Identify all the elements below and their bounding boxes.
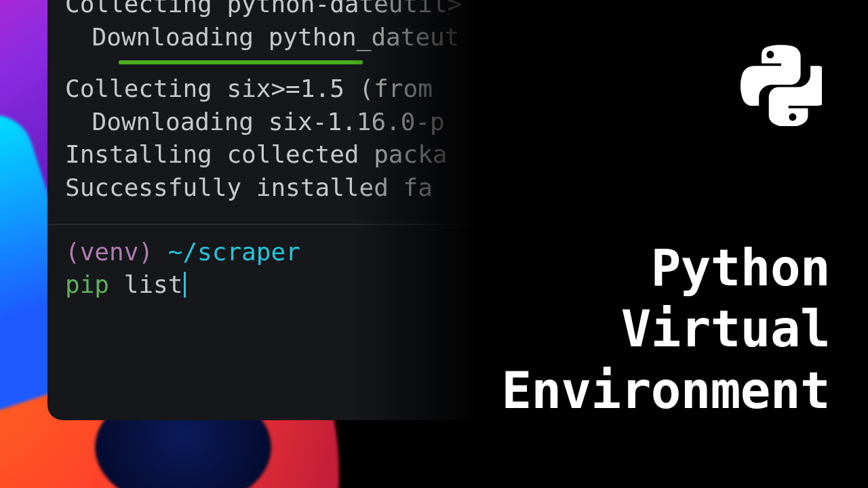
terminal-line: Downloading six-1.16.0-p xyxy=(65,106,464,139)
terminal-rule xyxy=(47,224,481,225)
terminal-line: Downloading python_dateut xyxy=(65,21,464,54)
command-name: pip xyxy=(65,270,109,298)
progress-bar xyxy=(119,60,363,64)
terminal-line: Collecting python-dateutil> xyxy=(65,0,464,21)
page-title: Python Virtual Environment xyxy=(450,237,830,421)
title-line: Virtual xyxy=(450,298,830,359)
terminal-line: Installing collected packa xyxy=(65,138,464,171)
terminal-line: Collecting six>=1.5 (from xyxy=(65,73,464,106)
venv-label: (venv) xyxy=(65,238,153,266)
terminal-prompt: (venv) ~/scraper xyxy=(65,236,464,269)
terminal-window[interactable]: Collecting python-dateutil> Downloading … xyxy=(47,0,481,420)
title-line: Python xyxy=(450,237,830,298)
text-cursor xyxy=(184,272,186,298)
path-rest: /scraper xyxy=(182,238,300,266)
python-logo-icon xyxy=(741,45,822,126)
path-tilde: ~ xyxy=(168,238,183,266)
title-line: Environment xyxy=(450,360,830,421)
terminal-line: Successfully installed fa xyxy=(65,171,464,205)
terminal-input[interactable]: pip list xyxy=(65,268,464,302)
command-arg: list xyxy=(124,270,183,298)
